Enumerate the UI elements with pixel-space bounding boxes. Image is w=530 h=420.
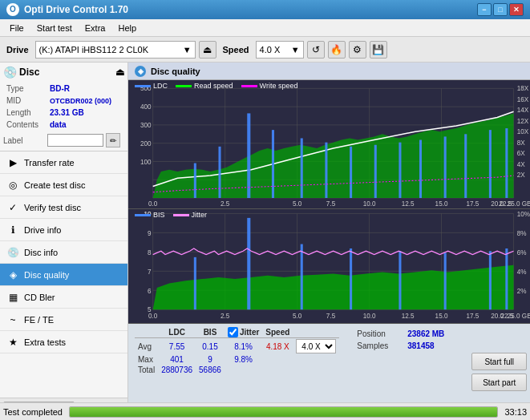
label-input[interactable] (47, 134, 103, 147)
avg-speed-select[interactable]: 4.0 X 8.0 X (296, 339, 336, 353)
col-header-speed: Speed (262, 327, 293, 338)
nav-item-disc-quality[interactable]: ◈ Disc quality (0, 264, 127, 286)
svg-text:6X: 6X (517, 150, 526, 157)
svg-text:5.0: 5.0 (293, 200, 302, 208)
nav-item-fe-te[interactable]: ~ FE / TE (0, 309, 127, 331)
maximize-button[interactable]: □ (493, 3, 508, 16)
svg-text:9: 9 (148, 229, 152, 237)
legend-read-speed: Read speed (176, 82, 233, 90)
svg-text:GB: GB (522, 200, 530, 208)
legend-write-speed-color (241, 85, 257, 87)
samples-value: 381458 (404, 341, 460, 351)
menu-help[interactable]: Help (111, 22, 143, 34)
cd-bler-icon: ▦ (6, 291, 19, 304)
svg-text:18X: 18X (517, 85, 529, 92)
svg-text:6: 6 (148, 287, 152, 295)
svg-rect-85 (489, 252, 492, 310)
svg-text:10.0: 10.0 (363, 200, 376, 208)
main-layout: 💿 Disc ⏏ Type BD-R MID OTCBDR002 (000) L… (0, 63, 530, 420)
svg-text:2%: 2% (517, 287, 527, 295)
drive-value: (K:) ATAPI iHBS112 2 CL0K (39, 45, 149, 55)
drive-dropdown-icon: ▼ (183, 45, 192, 55)
legend-ldc-color (135, 85, 151, 87)
svg-text:0.0: 0.0 (148, 312, 158, 320)
svg-text:16X: 16X (517, 96, 529, 103)
svg-rect-50 (444, 136, 447, 198)
bottom-status-bar: Test completed 33:13 (0, 402, 530, 420)
svg-rect-43 (272, 130, 274, 198)
nav-item-create-test-disc[interactable]: ◎ Create test disc (0, 174, 127, 196)
svg-text:2.5: 2.5 (220, 312, 230, 320)
chart2-legend: BIS Jitter (135, 211, 207, 219)
type-label: Type (5, 83, 47, 94)
svg-text:0.0: 0.0 (148, 200, 158, 208)
start-part-button[interactable]: Start part (471, 374, 527, 391)
samples-label: Samples (354, 341, 403, 351)
save-button[interactable]: 💾 (370, 41, 387, 59)
close-button[interactable]: ✕ (509, 3, 524, 16)
svg-rect-49 (419, 140, 422, 198)
chart1-legend: LDC Read speed Write speed (135, 82, 297, 90)
window-controls: − □ ✕ (477, 3, 524, 16)
legend-read-speed-color (176, 85, 192, 87)
disc-eject-icon[interactable]: ⏏ (115, 67, 124, 78)
avg-speed: 4.18 X (262, 338, 293, 355)
menu-bar: File Start test Extra Help (0, 19, 530, 37)
svg-text:17.5: 17.5 (466, 200, 479, 208)
nav-item-verify-test-disc[interactable]: ✓ Verify test disc (0, 196, 127, 219)
stats-max-row: Max 401 9 9.8% (135, 354, 339, 365)
app-title: Opti Drive Control 1.70 (24, 4, 128, 15)
svg-rect-45 (325, 143, 327, 198)
svg-rect-41 (218, 147, 220, 198)
disc-icon: 💿 (3, 66, 16, 79)
legend-jitter-color (173, 214, 189, 216)
transfer-rate-icon: ▶ (6, 156, 19, 169)
col-header-jitter-check: Jitter (225, 327, 262, 338)
svg-rect-53 (505, 128, 508, 198)
mid-label: MID (5, 95, 47, 106)
minimize-button[interactable]: − (477, 3, 492, 16)
refresh-button[interactable]: ↺ (307, 41, 325, 59)
start-full-button[interactable]: Start full (471, 353, 527, 370)
nav-item-disc-info[interactable]: 💿 Disc info (0, 241, 127, 264)
max-bis: 9 (196, 354, 225, 365)
stats-table: LDC BIS Jitter Speed (135, 327, 339, 375)
nav-item-transfer-rate[interactable]: ▶ Transfer rate (0, 151, 127, 174)
svg-rect-84 (444, 253, 447, 310)
drive-select[interactable]: (K:) ATAPI iHBS112 2 CL0K ▼ (35, 41, 196, 59)
menu-start-test[interactable]: Start test (30, 22, 79, 34)
title-text: O Opti Drive Control 1.70 (6, 3, 477, 16)
nav-item-drive-info[interactable]: ℹ Drive info (0, 219, 127, 241)
nav-label-verify-test-disc: Verify test disc (24, 203, 81, 212)
stats-total-row: Total 2880736 56866 (135, 365, 339, 375)
svg-rect-42 (247, 113, 250, 198)
svg-rect-82 (350, 248, 352, 309)
total-ldc: 2880736 (158, 365, 196, 375)
legend-read-speed-label: Read speed (194, 82, 233, 90)
burn-button[interactable]: 🔥 (328, 41, 346, 59)
menu-file[interactable]: File (3, 22, 30, 34)
svg-text:15.0: 15.0 (435, 200, 448, 208)
svg-rect-80 (247, 218, 250, 309)
speed-dropdown-icon: ▼ (291, 45, 300, 55)
disc-label: Disc (19, 67, 39, 78)
jitter-checkbox[interactable] (228, 327, 238, 337)
avg-bis: 0.15 (196, 338, 225, 355)
menu-extra[interactable]: Extra (79, 22, 112, 34)
svg-rect-79 (194, 257, 196, 309)
svg-rect-46 (350, 147, 352, 198)
app-icon: O (6, 3, 19, 16)
toolbar: Drive (K:) ATAPI iHBS112 2 CL0K ▼ ⏏ Spee… (0, 37, 530, 63)
speed-select[interactable]: 4.0 X ▼ (256, 41, 304, 59)
nav-label-drive-info: Drive info (24, 225, 61, 235)
contents-value: data (48, 119, 113, 130)
label-edit-button[interactable]: ✏ (106, 133, 120, 147)
nav-item-extra-tests[interactable]: ★ Extra tests (0, 331, 127, 353)
eject-button[interactable]: ⏏ (199, 41, 216, 59)
nav-label-disc-info: Disc info (24, 248, 58, 257)
nav-item-cd-bler[interactable]: ▦ CD Bler (0, 286, 127, 309)
svg-text:25.0: 25.0 (508, 312, 520, 320)
svg-rect-48 (399, 143, 401, 198)
settings-button[interactable]: ⚙ (349, 41, 366, 59)
svg-text:17.5: 17.5 (466, 312, 479, 320)
